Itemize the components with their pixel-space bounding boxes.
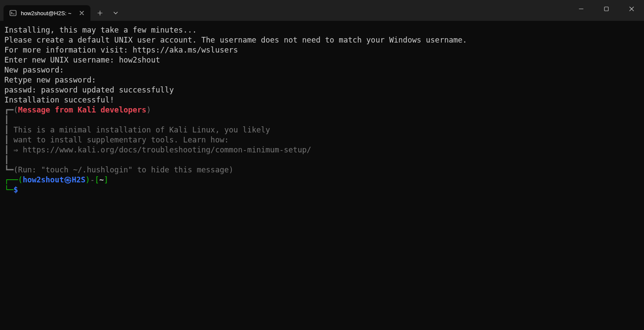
prompt-paren: ( [18,175,23,184]
prompt-bracket: [ [95,175,100,184]
tabs-area: how2shout@H2S: ~ [0,0,568,21]
window-controls [568,0,644,17]
close-tab-icon[interactable] [77,9,86,17]
box-border: ┗━( [4,165,18,174]
output-line: passwd: password updated successfully [4,86,174,94]
tab-controls [92,5,123,21]
output-line: Installing, this may take a few minutes.… [4,26,197,34]
prompt-bracket: ] [104,175,109,184]
prompt-paren: ) [86,175,90,184]
prompt-symbol: ㉿ [64,175,72,184]
titlebar: how2shout@H2S: ~ [0,0,644,21]
box-footer: Run: "touch ~/.hushlogin" to hide this m… [18,165,229,174]
output-line: Enter new UNIX username: [4,56,119,64]
box-message: ┃ want to install supplementary tools. L… [4,135,229,144]
output-line: New password: [4,66,64,74]
box-header: Message from Kali developers [18,106,147,114]
prompt-path: ~ [99,175,104,184]
box-message: ┃ ⇒ https://www.kali.org/docs/troublesho… [4,145,311,154]
terminal-output[interactable]: Installing, this may take a few minutes.… [0,21,644,199]
active-tab[interactable]: how2shout@H2S: ~ [3,5,90,21]
box-border: ) [229,165,234,174]
output-line: For more information visit: https://aka.… [4,46,238,54]
prompt-dollar: $ [13,185,18,194]
terminal-icon [10,10,17,16]
box-border: ┃ [4,155,9,164]
minimize-button[interactable] [568,0,594,17]
new-tab-button[interactable] [92,5,108,21]
tab-title: how2shout@H2S: ~ [21,10,73,16]
prompt-corner: └─ [4,185,13,194]
close-window-button[interactable] [619,0,644,17]
output-line: Please create a default UNIX user accoun… [4,36,467,44]
username-input-value: how2shout [119,56,160,64]
svg-rect-3 [604,7,608,11]
box-border: ┃ [4,116,9,124]
prompt-user: how2shout [23,175,64,184]
prompt-corner: ┌── [4,175,18,184]
tab-dropdown-button[interactable] [108,5,123,21]
prompt-host: H2S [72,175,86,184]
prompt-dash: - [90,175,95,184]
maximize-button[interactable] [594,0,619,17]
output-line: Retype new password: [4,76,96,84]
box-border: ) [147,106,151,114]
svg-rect-0 [10,10,16,16]
output-line: Installation successful! [4,96,114,104]
box-message: ┃ This is a minimal installation of Kali… [4,125,270,134]
box-border: ┏━( [4,106,18,114]
